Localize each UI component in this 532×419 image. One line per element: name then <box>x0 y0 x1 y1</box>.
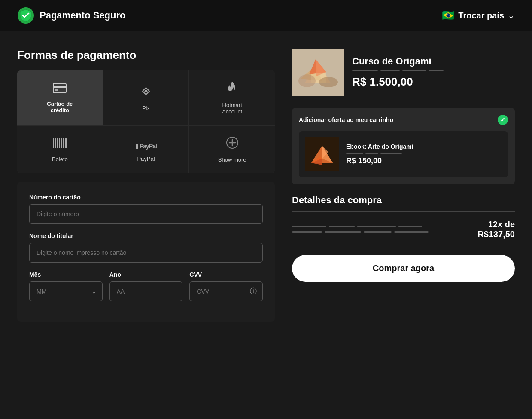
pix-icon <box>140 85 152 101</box>
month-label: Mês <box>29 271 103 278</box>
detail-line-6 <box>325 231 361 233</box>
installments-text: 12x de <box>488 220 515 229</box>
cvv-label: CVV <box>189 271 263 278</box>
price-line-3 <box>402 70 426 71</box>
header-left: Pagamento Seguro <box>17 7 125 24</box>
product-price: R$ 1.500,00 <box>352 75 515 89</box>
country-selector[interactable]: 🇧🇷 Trocar país ⌄ <box>442 9 515 21</box>
credit-card-label: Cartão decrédito <box>47 101 73 113</box>
month-select[interactable]: MM 01020304 05060708 09101112 <box>29 281 103 301</box>
price-line-1 <box>352 70 378 71</box>
boleto-label: Boleto <box>52 156 68 162</box>
purchase-divider <box>292 211 515 212</box>
payment-methods-grid: Cartão decrédito Pix <box>17 70 275 173</box>
credit-card-icon <box>53 83 67 96</box>
svg-rect-4 <box>53 138 54 148</box>
purchase-details-title: Detalhes da compra <box>292 195 515 206</box>
right-panel: Curso de Origami R$ 1.500,00 Adicionar o… <box>292 49 515 322</box>
product-card: Curso de Origami R$ 1.500,00 <box>292 49 515 98</box>
svg-rect-2 <box>53 86 66 88</box>
detail-line-4 <box>398 226 422 227</box>
detail-line-7 <box>364 231 392 233</box>
upsell-line-1 <box>346 153 363 154</box>
year-input[interactable] <box>109 281 183 301</box>
upsell-line-3 <box>380 153 402 154</box>
main-container: Formas de pagamento Cartão decrédito <box>0 31 532 339</box>
cvv-wrapper: ⓘ <box>189 281 263 301</box>
installments-value: R$137,50 <box>477 229 515 239</box>
upsell-section: Adicionar oferta ao meu carrinho ✓ <box>292 108 515 184</box>
detail-line-3 <box>357 226 396 227</box>
card-number-label: Número do cartão <box>29 194 263 201</box>
paypal-icon: ▮ PayPal <box>135 138 157 151</box>
payment-option-pix[interactable]: Pix <box>103 70 189 125</box>
cvv-group: CVV ⓘ <box>189 271 263 301</box>
detail-line-2 <box>329 226 355 227</box>
detail-line-1 <box>292 226 326 227</box>
card-number-input[interactable] <box>29 204 263 224</box>
svg-rect-8 <box>61 138 62 148</box>
product-image <box>292 49 344 96</box>
plus-circle-icon <box>226 136 239 152</box>
product-name: Curso de Origami <box>352 56 515 67</box>
product-price-lines <box>352 70 515 71</box>
payment-option-credit-card[interactable]: Cartão decrédito <box>17 70 103 125</box>
country-flag-icon: 🇧🇷 <box>442 9 455 21</box>
paypal-label: PayPal <box>137 156 155 162</box>
svg-point-19 <box>319 77 338 87</box>
detail-line-8 <box>394 231 429 233</box>
holder-name-group: Nome do titular <box>29 232 263 263</box>
svg-point-18 <box>298 74 316 87</box>
hotmart-flame-icon <box>227 81 238 98</box>
pix-label: Pix <box>142 105 150 111</box>
payment-option-boleto[interactable]: Boleto <box>17 126 103 173</box>
detail-line-5 <box>292 231 322 233</box>
purchase-details: Detalhes da compra <box>292 195 515 245</box>
upsell-check-icon: ✓ <box>498 115 508 125</box>
buy-button[interactable]: Comprar agora <box>292 255 515 282</box>
card-number-group: Número do cartão <box>29 194 263 224</box>
cvv-info-icon[interactable]: ⓘ <box>250 287 257 296</box>
upsell-name: Ebook: Arte do Origami <box>346 143 502 150</box>
country-label: Trocar país <box>458 11 504 21</box>
purchase-lines <box>292 226 429 233</box>
secure-badge-icon <box>17 7 34 24</box>
show-more-label: Show more <box>218 156 246 163</box>
left-panel: Formas de pagamento Cartão decrédito <box>17 49 275 322</box>
month-group: Mês MM 01020304 05060708 09101112 ⌄ <box>29 271 103 301</box>
upsell-image <box>305 137 339 171</box>
header-title: Pagamento Seguro <box>40 10 125 21</box>
upsell-card: Ebook: Arte do Origami R$ 150,00 <box>299 131 508 177</box>
svg-rect-10 <box>65 138 67 148</box>
svg-rect-9 <box>63 138 64 148</box>
holder-name-input[interactable] <box>29 243 263 263</box>
price-line-2 <box>380 70 400 71</box>
payment-option-show-more[interactable]: Show more <box>189 126 275 173</box>
upsell-price-lines <box>346 153 502 154</box>
upsell-header: Adicionar oferta ao meu carrinho ✓ <box>299 115 508 125</box>
payment-option-paypal[interactable]: ▮ PayPal PayPal <box>103 126 189 173</box>
header: Pagamento Seguro 🇧🇷 Trocar país ⌄ <box>0 0 532 31</box>
upsell-price: R$ 150,00 <box>346 156 502 165</box>
svg-rect-3 <box>55 89 58 91</box>
upsell-info: Ebook: Arte do Origami R$ 150,00 <box>346 143 502 165</box>
product-info: Curso de Origami R$ 1.500,00 <box>352 56 515 89</box>
hotmart-label: HotmartAccount <box>222 102 242 115</box>
payment-option-hotmart[interactable]: HotmartAccount <box>189 70 275 125</box>
chevron-down-icon: ⌄ <box>508 10 515 21</box>
holder-name-label: Nome do titular <box>29 232 263 239</box>
svg-rect-6 <box>57 138 58 148</box>
svg-rect-5 <box>55 138 56 148</box>
price-line-4 <box>429 70 444 71</box>
upsell-line-2 <box>365 153 378 154</box>
expiry-cvv-row: Mês MM 01020304 05060708 09101112 ⌄ Ano <box>29 271 263 310</box>
payment-section-title: Formas de pagamento <box>17 49 275 62</box>
svg-rect-7 <box>59 138 60 148</box>
purchase-amount: 12x de R$137,50 <box>477 220 515 239</box>
barcode-icon <box>52 137 67 152</box>
upsell-title: Adicionar oferta ao meu carrinho <box>299 116 393 123</box>
year-group: Ano <box>109 271 183 301</box>
purchase-row: 12x de R$137,50 <box>292 220 515 239</box>
month-select-wrapper: MM 01020304 05060708 09101112 ⌄ <box>29 281 103 301</box>
year-label: Ano <box>109 271 183 278</box>
